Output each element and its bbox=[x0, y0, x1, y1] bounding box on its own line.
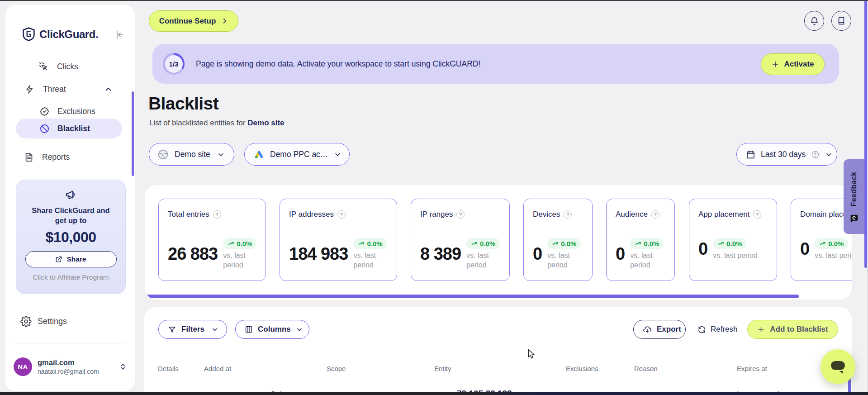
notifications-button[interactable] bbox=[804, 11, 824, 31]
activate-button[interactable]: Activate bbox=[761, 53, 825, 75]
sidebar-item-label: Settings bbox=[38, 317, 67, 326]
trend-up-icon bbox=[552, 240, 559, 247]
sidebar-collapse-icon[interactable] bbox=[114, 29, 125, 40]
sidebar-item-label: Exclusions bbox=[57, 107, 95, 116]
clicks-cursor-icon bbox=[38, 61, 49, 72]
feedback-smiley-icon bbox=[849, 214, 859, 223]
promo-title: Share ClickGuard and get up to bbox=[16, 205, 125, 225]
sidebar-item-clicks[interactable]: Clicks bbox=[38, 58, 78, 75]
chevron-up-icon bbox=[104, 86, 112, 93]
continue-setup-button[interactable]: Continue Setup bbox=[149, 10, 238, 32]
stat-title: Audience? bbox=[616, 209, 666, 220]
column-header-details[interactable]: Details bbox=[158, 365, 179, 372]
help-circle-icon[interactable]: ? bbox=[337, 210, 346, 219]
stat-card-app-placement: App placement? 0 0.0% vs. last period bbox=[689, 199, 777, 281]
delta-badge: 0.0% bbox=[713, 238, 746, 249]
knowledge-base-button[interactable] bbox=[831, 11, 851, 31]
export-button[interactable]: Export bbox=[633, 320, 686, 339]
continue-setup-label: Continue Setup bbox=[159, 17, 216, 26]
stat-caption: vs. last period bbox=[713, 251, 758, 260]
setup-progress-value: 1/3 bbox=[165, 55, 183, 73]
brand-logo[interactable]: ClickGuard. bbox=[23, 27, 98, 41]
brand-dot: . bbox=[95, 28, 98, 40]
site-selector[interactable]: Demo site bbox=[149, 143, 234, 166]
bell-icon bbox=[810, 16, 819, 26]
column-header-reason[interactable]: Reason bbox=[634, 365, 658, 372]
delta-badge: 0.0% bbox=[466, 238, 500, 249]
account-switcher[interactable]: NA gmail.com naatali.ro@gmail.com bbox=[14, 357, 127, 376]
stat-title: App placement? bbox=[698, 209, 768, 220]
column-header-added-at[interactable]: Added at bbox=[204, 365, 231, 372]
sidebar-item-label: Threat bbox=[43, 85, 66, 94]
plus-icon bbox=[757, 326, 765, 333]
stat-card-ip-ranges: IP ranges? 8 389 0.0% vs. last period bbox=[411, 199, 510, 281]
ppc-account-selector[interactable]: Demo PPC ac… bbox=[244, 143, 350, 166]
page-scrollbar-thumb[interactable] bbox=[864, 0, 867, 268]
columns-label: Columns bbox=[258, 325, 291, 334]
ban-icon bbox=[39, 124, 50, 134]
stat-card-devices: Devices? 0 0.0% vs. last period bbox=[523, 199, 593, 281]
sidebar-item-reports[interactable]: Reports bbox=[24, 149, 70, 165]
trend-up-icon bbox=[471, 240, 478, 247]
stat-value: 0 bbox=[800, 239, 809, 259]
chevron-down-icon bbox=[211, 326, 218, 333]
sidebar-item-blacklist[interactable]: Blacklist bbox=[39, 120, 90, 137]
chat-launcher-button[interactable] bbox=[821, 349, 855, 384]
stat-value: 0 bbox=[616, 244, 625, 264]
column-header-entity[interactable]: Entity bbox=[434, 365, 451, 372]
help-circle-icon[interactable]: ? bbox=[213, 210, 221, 219]
threat-lightning-icon bbox=[25, 84, 34, 95]
sidebar-item-exclusions[interactable]: Exclusions bbox=[39, 103, 95, 119]
help-circle-icon[interactable]: ? bbox=[564, 210, 572, 219]
refresh-button[interactable]: Refresh bbox=[697, 320, 738, 339]
column-header-scope[interactable]: Scope bbox=[327, 365, 346, 372]
sidebar-item-settings[interactable]: Settings bbox=[20, 316, 67, 327]
column-header-exclusions[interactable]: Exclusions bbox=[566, 365, 598, 372]
columns-button[interactable]: Columns bbox=[235, 320, 309, 339]
window-top-edge bbox=[0, 0, 868, 1]
sidebar-item-threat[interactable]: Threat bbox=[25, 81, 112, 97]
sidebar-item-label: Reports bbox=[42, 152, 70, 162]
affiliate-link[interactable]: Click to Affiliate Program bbox=[16, 273, 125, 281]
megaphone-icon bbox=[16, 188, 125, 201]
stat-title: IP addresses? bbox=[289, 209, 389, 220]
chevron-down-icon bbox=[217, 151, 225, 158]
brand-shield-icon bbox=[23, 27, 35, 41]
demo-data-banner: 1/3 Page is showing demo data. Activate … bbox=[152, 44, 839, 84]
stat-caption: vs. last period bbox=[630, 251, 666, 270]
refresh-icon bbox=[697, 325, 706, 334]
funnel-icon bbox=[168, 325, 176, 334]
share-button[interactable]: Share bbox=[25, 251, 117, 267]
date-range-value: Last 30 days bbox=[761, 150, 806, 159]
promo-amount: $10,000 bbox=[16, 229, 125, 246]
date-range-selector[interactable]: Last 30 days bbox=[736, 143, 837, 166]
stat-caption: vs. last period bbox=[223, 251, 257, 270]
stat-caption: vs. last period bbox=[547, 251, 584, 270]
trend-up-icon bbox=[717, 240, 724, 247]
help-circle-icon[interactable]: ? bbox=[753, 210, 761, 219]
blacklist-table-panel: Filters Columns Export bbox=[144, 307, 852, 395]
refresh-label: Refresh bbox=[711, 325, 738, 334]
stat-caption: vs. last period bbox=[466, 251, 501, 270]
stat-caption: vs. last period bbox=[353, 251, 389, 270]
taskbar-edge bbox=[0, 392, 868, 395]
share-button-label: Share bbox=[66, 255, 86, 263]
avatar: NA bbox=[14, 357, 32, 376]
add-to-blacklist-button[interactable]: Add to Blacklist bbox=[747, 320, 838, 339]
setup-progress-ring: 1/3 bbox=[163, 53, 185, 75]
delta-badge: 0.0% bbox=[630, 238, 664, 249]
stats-horizontal-scrollbar-thumb[interactable] bbox=[145, 295, 799, 298]
stats-panel: Total entries? 26 883 0.0% vs. last peri… bbox=[145, 185, 852, 300]
chevron-right-icon bbox=[221, 18, 228, 24]
help-circle-icon[interactable]: ? bbox=[456, 210, 465, 219]
feedback-tab[interactable]: Feedback bbox=[844, 159, 864, 234]
ppc-account-value: Demo PPC ac… bbox=[270, 150, 328, 159]
sidebar-scrollbar-thumb[interactable] bbox=[132, 91, 134, 176]
feedback-label: Feedback bbox=[850, 171, 858, 206]
globe-icon bbox=[157, 149, 169, 160]
help-circle-icon[interactable]: ? bbox=[651, 210, 659, 219]
chat-bubble-icon bbox=[829, 359, 847, 375]
column-header-expires-at[interactable]: Expires at bbox=[737, 365, 767, 372]
chevron-up-down-icon bbox=[119, 362, 127, 371]
filters-button[interactable]: Filters bbox=[158, 320, 227, 339]
